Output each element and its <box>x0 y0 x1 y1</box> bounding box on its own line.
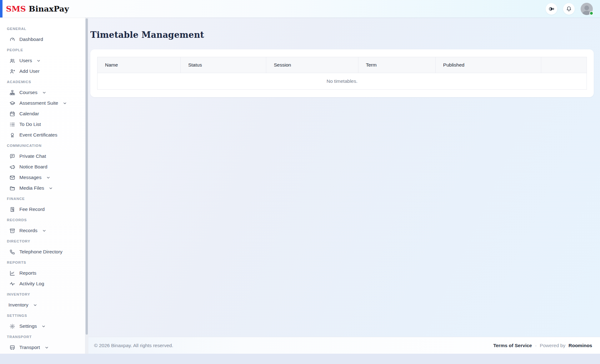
app-header: SMS BinaxPay <box>0 0 600 17</box>
sidebar-item-calendar[interactable]: Calendar <box>0 108 88 119</box>
theme-toggle-button[interactable] <box>546 3 557 15</box>
section-label-finance: FINANCE <box>0 193 88 204</box>
sidebar-item-media-files[interactable]: Media Files <box>0 183 88 193</box>
users-icon <box>9 58 15 64</box>
sidebar-item-label: Users <box>19 58 32 63</box>
empty-state-message: No timetables. <box>98 73 587 90</box>
column-header-term: Term <box>358 57 435 73</box>
chevron-down-icon <box>42 90 47 95</box>
sidebar-item-notice-board[interactable]: Notice Board <box>0 162 88 172</box>
sidebar-item-users[interactable]: Users <box>0 55 88 66</box>
page-title: Timetable Management <box>90 30 594 40</box>
sidebar-item-label: Records <box>19 228 38 233</box>
section-label-transport: TRANSPORT <box>0 332 88 342</box>
sidebar-item-inventory[interactable]: Inventory <box>0 300 88 310</box>
table-header-row: Name Status Session Term Published <box>98 57 587 73</box>
column-header-published: Published <box>436 57 541 73</box>
roominos-link[interactable]: Roominos <box>568 343 592 348</box>
online-status-dot <box>589 11 593 15</box>
timetable-card: Name Status Session Term Published No ti… <box>90 49 594 97</box>
calendar-icon <box>9 111 15 117</box>
chevron-down-icon <box>44 345 49 350</box>
sidebar-item-messages[interactable]: Messages <box>0 172 88 183</box>
sidebar-item-telephone-directory[interactable]: Telephone Directory <box>0 247 88 257</box>
phone-icon <box>9 249 15 255</box>
chevron-down-icon <box>46 175 51 180</box>
logo-accent-bar <box>0 0 2 17</box>
sidebar-item-label: Transport <box>19 345 40 350</box>
sidebar-item-dashboard[interactable]: Dashboard <box>0 34 88 45</box>
sidebar-item-label: Assessment Suite <box>19 100 58 106</box>
sidebar-item-label: Event Certificates <box>19 132 57 138</box>
sidebar-item-add-user[interactable]: Add User <box>0 66 88 77</box>
folder-icon <box>9 185 15 191</box>
section-label-directory: DIRECTORY <box>0 236 88 247</box>
gauge-icon <box>9 37 15 42</box>
chevron-down-icon <box>41 324 46 329</box>
sidebar-item-label: Settings <box>19 323 37 329</box>
bus-icon <box>9 345 15 351</box>
sidebar-item-event-certificates[interactable]: Event Certificates <box>0 130 88 140</box>
section-label-inventory: INVENTORY <box>0 289 88 300</box>
sitemap-icon <box>9 90 15 96</box>
main-column: Timetable Management Name Status Session… <box>88 17 600 354</box>
gear-icon <box>9 323 15 329</box>
section-label-records: RECORDS <box>0 215 88 225</box>
sidebar-item-activity-log[interactable]: Activity Log <box>0 278 88 289</box>
column-header-actions <box>541 57 587 73</box>
sidebar-item-reports[interactable]: Reports <box>0 268 88 278</box>
notifications-button[interactable] <box>563 3 575 15</box>
sidebar-item-fee-record[interactable]: Fee Record <box>0 204 88 215</box>
column-header-name: Name <box>98 57 181 73</box>
section-label-reports: REPORTS <box>0 257 88 268</box>
bell-icon <box>566 6 572 12</box>
header-actions <box>546 3 600 15</box>
sidebar-item-label: Media Files <box>19 185 44 191</box>
footer-links: Terms of Service · Powered by Roominos <box>493 343 592 348</box>
sidebar-item-label: Inventory <box>8 302 28 308</box>
user-plus-icon <box>9 68 15 74</box>
sidebar-item-label: To Do List <box>19 122 41 127</box>
timetable-table: Name Status Session Term Published No ti… <box>97 57 587 90</box>
section-label-people: PEOPLE <box>0 45 88 55</box>
activity-icon <box>9 281 15 287</box>
user-avatar[interactable] <box>581 3 593 15</box>
chevron-down-icon <box>42 228 47 233</box>
section-label-academics: ACADEMICS <box>0 77 88 87</box>
logo-sms-text: SMS <box>6 4 26 13</box>
sidebar-item-label: Notice Board <box>19 164 48 170</box>
footer-separator: · <box>535 343 537 348</box>
archive-icon <box>9 228 15 234</box>
sidebar-item-label: Telephone Directory <box>19 249 62 255</box>
main-content: Timetable Management Name Status Session… <box>88 17 600 337</box>
terms-of-service-link[interactable]: Terms of Service <box>493 343 532 348</box>
sidebar-item-label: Reports <box>19 270 36 276</box>
chevron-down-icon <box>36 58 41 63</box>
megaphone-icon <box>9 164 15 170</box>
sidebar-item-transport[interactable]: Transport <box>0 342 88 353</box>
sidebar-item-label: Messages <box>19 175 42 180</box>
receipt-icon <box>9 207 15 212</box>
sidebar-item-label: Private Chat <box>19 153 46 159</box>
sidebar-item-records[interactable]: Records <box>0 225 88 236</box>
copyright-text: © 2026 Binaxpay. All rights reserved. <box>94 343 173 348</box>
sidebar-item-label: Fee Record <box>19 207 45 212</box>
section-label-general: GENERAL <box>0 23 88 34</box>
chat-icon <box>9 153 15 159</box>
sidebar-item-courses[interactable]: Courses <box>0 87 88 98</box>
sidebar-item-settings[interactable]: Settings <box>0 321 88 332</box>
sidebar-item-label: Calendar <box>19 111 39 117</box>
sidebar-item-assessment-suite[interactable]: Assessment Suite <box>0 98 88 108</box>
sidebar-item-label: Courses <box>19 90 38 95</box>
sidebar-item-to-do-list[interactable]: To Do List <box>0 119 88 130</box>
sidebar-item-label: Dashboard <box>19 37 43 42</box>
section-label-settings: SETTINGS <box>0 310 88 321</box>
app-logo[interactable]: SMS BinaxPay <box>6 4 69 13</box>
sidebar-item-label: Activity Log <box>19 281 44 287</box>
award-icon <box>9 132 15 138</box>
column-header-status: Status <box>181 57 266 73</box>
sidebar-scrollbar-thumb[interactable] <box>86 18 88 335</box>
sidebar-item-private-chat[interactable]: Private Chat <box>0 151 88 162</box>
chevron-down-icon <box>48 186 53 191</box>
footer: © 2026 Binaxpay. All rights reserved. Te… <box>88 337 600 354</box>
